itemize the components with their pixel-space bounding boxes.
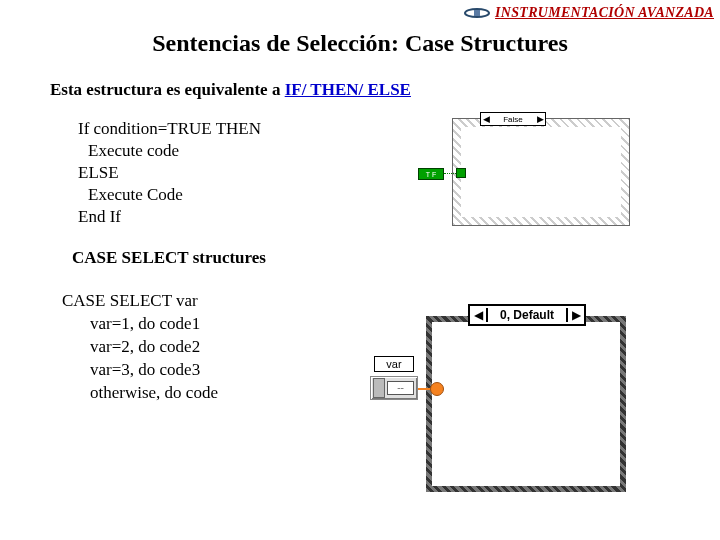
case-selector-label: False xyxy=(491,115,535,124)
case-tunnel-icon xyxy=(456,168,466,178)
pseudo-line: End If xyxy=(78,206,261,228)
course-title: INSTRUMENTACIÓN AVANZADA xyxy=(495,5,714,21)
numeric-value: -- xyxy=(387,381,414,395)
pseudo-line: var=2, do code2 xyxy=(62,336,218,359)
pseudo-line: otherwise, do code xyxy=(62,382,218,405)
case-structure-body xyxy=(461,127,621,217)
pseudo-line: var=1, do code1 xyxy=(62,313,218,336)
case-structure-border xyxy=(426,316,626,492)
pseudo-line: CASE SELECT var xyxy=(62,290,218,313)
case-selector: ◀ 0, Default ▶ xyxy=(468,304,586,326)
case-selector: ◀ False ▶ xyxy=(480,112,546,126)
control-label: var xyxy=(374,356,414,372)
chevron-left-icon: ◀ xyxy=(481,113,491,125)
case-select-heading: CASE SELECT structures xyxy=(72,248,266,268)
pseudo-line: Execute Code xyxy=(78,184,261,206)
course-header: INSTRUMENTACIÓN AVANZADA xyxy=(463,4,714,22)
spinner-icon xyxy=(373,378,385,398)
numeric-case-diagram: ◀ 0, Default ▶ var -- xyxy=(370,308,632,508)
pseudo-line: ELSE xyxy=(78,162,261,184)
intro-line: Esta estructura es equivalente a IF/ THE… xyxy=(50,80,411,100)
case-structure-border xyxy=(452,118,630,226)
boolean-case-diagram: ◀ False ▶ T F xyxy=(420,118,630,228)
case-pseudocode: CASE SELECT var var=1, do code1 var=2, d… xyxy=(62,290,218,405)
case-structure-body xyxy=(432,322,620,486)
pseudo-line: If condition=TRUE THEN xyxy=(78,118,261,140)
chevron-left-icon: ◀ xyxy=(470,308,488,322)
brand-logo-icon xyxy=(463,4,491,22)
numeric-control: -- xyxy=(370,376,418,400)
if-pseudocode: If condition=TRUE THEN Execute code ELSE… xyxy=(78,118,261,228)
svg-rect-1 xyxy=(474,10,480,16)
intro-prefix: Esta estructura es equivalente a xyxy=(50,80,285,99)
pseudo-line: var=3, do code3 xyxy=(62,359,218,382)
case-selector-label: 0, Default xyxy=(488,308,566,322)
chevron-right-icon: ▶ xyxy=(535,113,545,125)
page-title: Sentencias de Selección: Case Structures xyxy=(0,30,720,57)
boolean-terminal: T F xyxy=(418,168,444,180)
case-tunnel-icon xyxy=(430,382,444,396)
intro-keywords: IF/ THEN/ ELSE xyxy=(285,80,411,99)
pseudo-line: Execute code xyxy=(78,140,261,162)
chevron-right-icon: ▶ xyxy=(566,308,584,322)
